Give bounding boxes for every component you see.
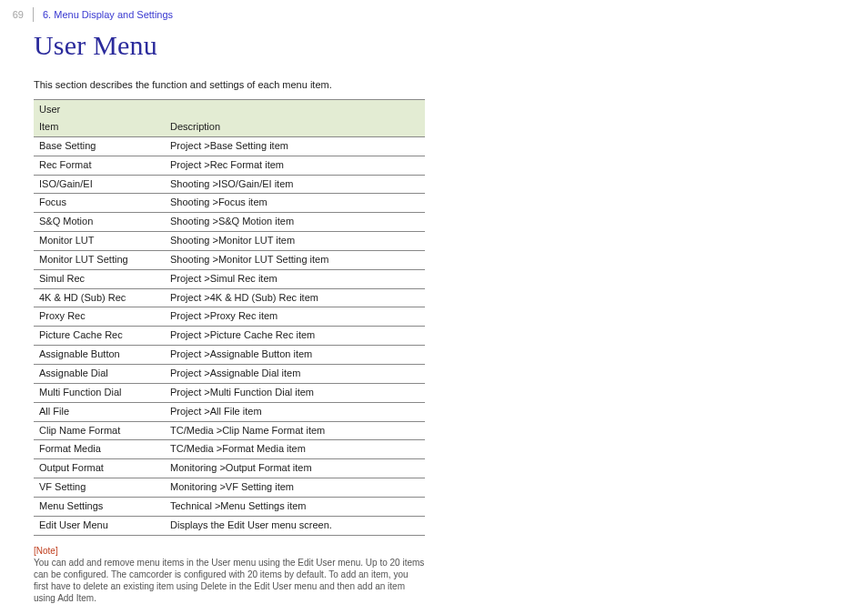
table-row: Picture Cache RecProject >Picture Cache … <box>34 327 425 346</box>
breadcrumb: 6. Menu Display and Settings <box>43 7 173 22</box>
table-cell-description: Shooting >ISO/Gain/EI item <box>165 176 425 194</box>
table-cell-item: Focus <box>34 194 165 212</box>
table-row: Output FormatMonitoring >Output Format i… <box>34 459 425 478</box>
table-cell-description: Project >Multi Function Dial item <box>165 384 425 402</box>
table-cell-description: Project >Assignable Dial item <box>165 365 425 383</box>
header-divider <box>33 7 34 22</box>
table-row: Monitor LUT SettingShooting >Monitor LUT… <box>34 251 425 270</box>
note-label: [Note] <box>34 546 58 556</box>
table-row: Assignable ButtonProject >Assignable But… <box>34 346 425 365</box>
table-cell-item: Menu Settings <box>34 498 165 516</box>
table-cell-description: Project >Assignable Button item <box>165 346 425 364</box>
table-cell-item: Proxy Rec <box>34 307 165 326</box>
table-cell-description: Displays the Edit User menu screen. <box>165 517 425 535</box>
table-row: 4K & HD (Sub) RecProject >4K & HD (Sub) … <box>34 289 425 308</box>
table-row: Menu SettingsTechnical >Menu Settings it… <box>34 498 425 517</box>
intro-text: This section describes the function and … <box>34 78 835 92</box>
table-cell-item: All File <box>34 403 165 421</box>
table-cell-description: Project >Proxy Rec item <box>165 307 425 326</box>
table-header-description: Description <box>165 118 425 136</box>
table-cell-item: ISO/Gain/EI <box>34 176 165 194</box>
table-row: Format MediaTC/Media >Format Media item <box>34 440 425 459</box>
table-cell-item: 4K & HD (Sub) Rec <box>34 289 165 307</box>
table-header-item: Item <box>34 118 165 136</box>
table-cell-item: Base Setting <box>34 137 165 156</box>
table-cell-item: Monitor LUT <box>34 232 165 250</box>
user-menu-table: User Item Description Base SettingProjec… <box>34 99 425 535</box>
table-cell-description: Technical >Menu Settings item <box>165 498 425 516</box>
table-row: FocusShooting >Focus item <box>34 194 425 213</box>
table-row: VF SettingMonitoring >VF Setting item <box>34 478 425 498</box>
table-cell-description: Shooting >Monitor LUT item <box>165 232 425 250</box>
table-row: S&Q MotionShooting >S&Q Motion item <box>34 213 425 232</box>
table-cell-description: TC/Media >Format Media item <box>165 440 425 458</box>
table-cell-item: Assignable Dial <box>34 365 165 383</box>
table-cell-item: Clip Name Format <box>34 422 165 440</box>
table-row: Rec FormatProject >Rec Format item <box>34 156 425 176</box>
table-row: ISO/Gain/EIShooting >ISO/Gain/EI item <box>34 176 425 195</box>
table-row: Clip Name FormatTC/Media >Clip Name Form… <box>34 422 425 441</box>
table-cell-item: Format Media <box>34 440 165 458</box>
table-cell-item: Monitor LUT Setting <box>34 251 165 269</box>
table-cell-item: Output Format <box>34 459 165 478</box>
table-cell-description: Project >Base Setting item <box>165 137 425 156</box>
page-number: 69 <box>11 7 24 22</box>
table-cell-description: Project >Rec Format item <box>165 156 425 175</box>
table-cell-item: S&Q Motion <box>34 213 165 231</box>
note-block: [Note] You can add and remove menu items… <box>34 545 425 604</box>
note-text: You can add and remove menu items in the… <box>34 558 424 603</box>
table-cell-description: Project >Simul Rec item <box>165 270 425 288</box>
table-caption: User <box>34 100 425 118</box>
table-cell-description: Project >Picture Cache Rec item <box>165 327 425 345</box>
table-cell-description: Project >All File item <box>165 403 425 421</box>
table-cell-description: TC/Media >Clip Name Format item <box>165 422 425 440</box>
table-cell-description: Shooting >Monitor LUT Setting item <box>165 251 425 269</box>
table-row: All FileProject >All File item <box>34 403 425 422</box>
table-row: Proxy RecProject >Proxy Rec item <box>34 307 425 327</box>
table-cell-description: Shooting >Focus item <box>165 194 425 212</box>
table-row: Simul RecProject >Simul Rec item <box>34 270 425 289</box>
table-cell-item: Assignable Button <box>34 346 165 364</box>
table-header-row: Item Description <box>34 118 425 137</box>
table-row: Multi Function DialProject >Multi Functi… <box>34 384 425 403</box>
table-row: Base SettingProject >Base Setting item <box>34 137 425 156</box>
table-cell-item: Rec Format <box>34 156 165 175</box>
table-cell-description: Shooting >S&Q Motion item <box>165 213 425 231</box>
table-cell-description: Project >4K & HD (Sub) Rec item <box>165 289 425 307</box>
table-row: Assignable DialProject >Assignable Dial … <box>34 365 425 384</box>
table-row: Edit User MenuDisplays the Edit User men… <box>34 517 425 536</box>
table-cell-item: Multi Function Dial <box>34 384 165 402</box>
table-cell-item: Picture Cache Rec <box>34 327 165 345</box>
table-cell-description: Monitoring >VF Setting item <box>165 478 425 497</box>
page-title: User Menu <box>34 27 835 65</box>
table-cell-item: Edit User Menu <box>34 517 165 535</box>
table-cell-description: Monitoring >Output Format item <box>165 459 425 478</box>
table-row: Monitor LUTShooting >Monitor LUT item <box>34 232 425 251</box>
table-cell-item: VF Setting <box>34 478 165 497</box>
table-cell-item: Simul Rec <box>34 270 165 288</box>
